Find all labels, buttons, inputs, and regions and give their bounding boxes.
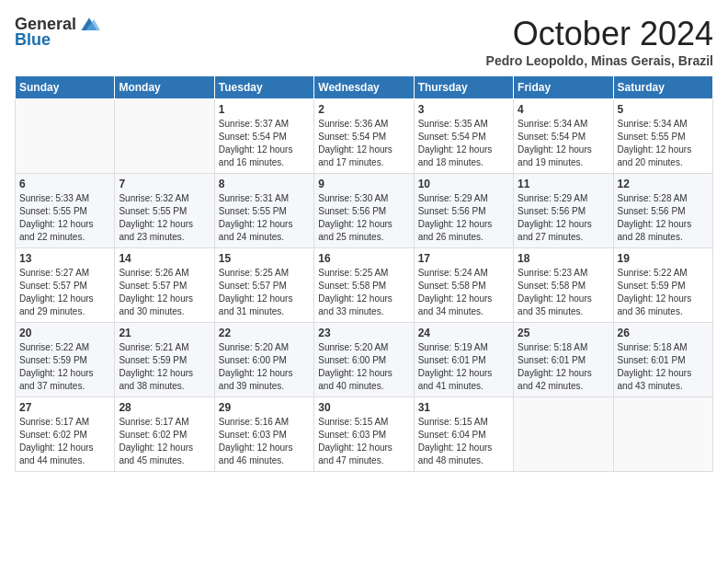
day-info: Sunrise: 5:31 AM Sunset: 5:55 PM Dayligh… <box>219 192 310 244</box>
calendar-cell <box>16 99 115 174</box>
logo-icon <box>78 16 100 34</box>
calendar-cell: 21Sunrise: 5:21 AM Sunset: 5:59 PM Dayli… <box>115 323 214 397</box>
calendar-header-row: SundayMondayTuesdayWednesdayThursdayFrid… <box>16 76 713 99</box>
calendar-cell: 30Sunrise: 5:15 AM Sunset: 6:03 PM Dayli… <box>314 397 414 472</box>
day-info: Sunrise: 5:15 AM Sunset: 6:04 PM Dayligh… <box>418 416 509 467</box>
day-info: Sunrise: 5:17 AM Sunset: 6:02 PM Dayligh… <box>19 416 110 467</box>
day-info: Sunrise: 5:21 AM Sunset: 5:59 PM Dayligh… <box>119 341 210 393</box>
day-number: 20 <box>19 327 110 339</box>
day-info: Sunrise: 5:32 AM Sunset: 5:55 PM Dayligh… <box>119 192 210 244</box>
day-number: 30 <box>318 401 409 414</box>
day-number: 4 <box>518 103 609 116</box>
day-info: Sunrise: 5:16 AM Sunset: 6:03 PM Dayligh… <box>219 416 310 467</box>
day-info: Sunrise: 5:20 AM Sunset: 6:00 PM Dayligh… <box>318 341 409 393</box>
calendar-cell: 3Sunrise: 5:35 AM Sunset: 5:54 PM Daylig… <box>414 99 513 174</box>
day-number: 22 <box>219 327 310 339</box>
calendar-header-monday: Monday <box>115 76 214 99</box>
calendar-cell: 5Sunrise: 5:34 AM Sunset: 5:55 PM Daylig… <box>613 99 712 174</box>
day-number: 26 <box>618 327 709 339</box>
day-number: 9 <box>318 178 409 190</box>
calendar-header-thursday: Thursday <box>414 76 513 99</box>
day-number: 12 <box>618 178 709 190</box>
calendar-cell: 24Sunrise: 5:19 AM Sunset: 6:01 PM Dayli… <box>414 323 513 397</box>
day-info: Sunrise: 5:17 AM Sunset: 6:02 PM Dayligh… <box>119 416 210 467</box>
day-number: 7 <box>119 178 210 190</box>
day-info: Sunrise: 5:18 AM Sunset: 6:01 PM Dayligh… <box>518 341 609 393</box>
calendar-cell: 12Sunrise: 5:28 AM Sunset: 5:56 PM Dayli… <box>613 174 712 248</box>
calendar-cell: 9Sunrise: 5:30 AM Sunset: 5:56 PM Daylig… <box>314 174 414 248</box>
day-info: Sunrise: 5:19 AM Sunset: 6:01 PM Dayligh… <box>418 341 509 393</box>
calendar-cell: 31Sunrise: 5:15 AM Sunset: 6:04 PM Dayli… <box>414 397 513 472</box>
calendar-cell: 18Sunrise: 5:23 AM Sunset: 5:58 PM Dayli… <box>514 248 613 323</box>
day-number: 18 <box>518 252 609 265</box>
day-info: Sunrise: 5:22 AM Sunset: 5:59 PM Dayligh… <box>19 341 110 393</box>
calendar-cell: 17Sunrise: 5:24 AM Sunset: 5:58 PM Dayli… <box>414 248 513 323</box>
calendar-cell: 6Sunrise: 5:33 AM Sunset: 5:55 PM Daylig… <box>16 174 115 248</box>
calendar-cell: 29Sunrise: 5:16 AM Sunset: 6:03 PM Dayli… <box>214 397 313 472</box>
day-number: 27 <box>19 401 110 414</box>
day-info: Sunrise: 5:33 AM Sunset: 5:55 PM Dayligh… <box>19 192 110 244</box>
day-number: 13 <box>19 252 110 265</box>
calendar-cell: 14Sunrise: 5:26 AM Sunset: 5:57 PM Dayli… <box>115 248 214 323</box>
day-info: Sunrise: 5:25 AM Sunset: 5:58 PM Dayligh… <box>318 267 409 318</box>
location-subtitle: Pedro Leopoldo, Minas Gerais, Brazil <box>486 53 713 68</box>
month-title: October 2024 <box>486 15 713 53</box>
day-number: 21 <box>119 327 210 339</box>
calendar-table: SundayMondayTuesdayWednesdayThursdayFrid… <box>15 75 713 472</box>
day-number: 23 <box>318 327 409 339</box>
day-info: Sunrise: 5:23 AM Sunset: 5:58 PM Dayligh… <box>518 267 609 318</box>
day-number: 10 <box>418 178 509 190</box>
calendar-cell: 10Sunrise: 5:29 AM Sunset: 5:56 PM Dayli… <box>414 174 513 248</box>
day-info: Sunrise: 5:20 AM Sunset: 6:00 PM Dayligh… <box>219 341 310 393</box>
day-number: 3 <box>418 103 509 116</box>
day-info: Sunrise: 5:37 AM Sunset: 5:54 PM Dayligh… <box>219 118 310 169</box>
day-number: 8 <box>219 178 310 190</box>
day-info: Sunrise: 5:15 AM Sunset: 6:03 PM Dayligh… <box>318 416 409 467</box>
calendar-header-tuesday: Tuesday <box>214 76 313 99</box>
calendar-body: 1Sunrise: 5:37 AM Sunset: 5:54 PM Daylig… <box>16 99 713 472</box>
calendar-cell: 20Sunrise: 5:22 AM Sunset: 5:59 PM Dayli… <box>16 323 115 397</box>
calendar-cell: 19Sunrise: 5:22 AM Sunset: 5:59 PM Dayli… <box>613 248 712 323</box>
day-info: Sunrise: 5:30 AM Sunset: 5:56 PM Dayligh… <box>318 192 409 244</box>
calendar-cell: 22Sunrise: 5:20 AM Sunset: 6:00 PM Dayli… <box>214 323 313 397</box>
calendar-week-2: 6Sunrise: 5:33 AM Sunset: 5:55 PM Daylig… <box>16 174 713 248</box>
calendar-header-friday: Friday <box>514 76 613 99</box>
day-info: Sunrise: 5:22 AM Sunset: 5:59 PM Dayligh… <box>618 267 709 318</box>
calendar-header-sunday: Sunday <box>16 76 115 99</box>
calendar-cell: 15Sunrise: 5:25 AM Sunset: 5:57 PM Dayli… <box>214 248 313 323</box>
day-info: Sunrise: 5:27 AM Sunset: 5:57 PM Dayligh… <box>19 267 110 318</box>
calendar-cell: 26Sunrise: 5:18 AM Sunset: 6:01 PM Dayli… <box>613 323 712 397</box>
day-info: Sunrise: 5:34 AM Sunset: 5:54 PM Dayligh… <box>518 118 609 169</box>
calendar-cell <box>613 397 712 472</box>
calendar-cell: 25Sunrise: 5:18 AM Sunset: 6:01 PM Dayli… <box>514 323 613 397</box>
day-info: Sunrise: 5:28 AM Sunset: 5:56 PM Dayligh… <box>618 192 709 244</box>
page-header: General Blue October 2024 Pedro Leopoldo… <box>15 15 713 68</box>
calendar-cell: 23Sunrise: 5:20 AM Sunset: 6:00 PM Dayli… <box>314 323 414 397</box>
calendar-cell: 2Sunrise: 5:36 AM Sunset: 5:54 PM Daylig… <box>314 99 414 174</box>
day-number: 19 <box>618 252 709 265</box>
day-number: 15 <box>219 252 310 265</box>
calendar-cell: 4Sunrise: 5:34 AM Sunset: 5:54 PM Daylig… <box>514 99 613 174</box>
calendar-week-3: 13Sunrise: 5:27 AM Sunset: 5:57 PM Dayli… <box>16 248 713 323</box>
day-info: Sunrise: 5:34 AM Sunset: 5:55 PM Dayligh… <box>618 118 709 169</box>
calendar-cell: 1Sunrise: 5:37 AM Sunset: 5:54 PM Daylig… <box>214 99 313 174</box>
day-info: Sunrise: 5:25 AM Sunset: 5:57 PM Dayligh… <box>219 267 310 318</box>
day-number: 25 <box>518 327 609 339</box>
calendar-cell: 27Sunrise: 5:17 AM Sunset: 6:02 PM Dayli… <box>16 397 115 472</box>
calendar-cell: 13Sunrise: 5:27 AM Sunset: 5:57 PM Dayli… <box>16 248 115 323</box>
calendar-week-4: 20Sunrise: 5:22 AM Sunset: 5:59 PM Dayli… <box>16 323 713 397</box>
day-number: 11 <box>518 178 609 190</box>
calendar-week-1: 1Sunrise: 5:37 AM Sunset: 5:54 PM Daylig… <box>16 99 713 174</box>
day-number: 5 <box>618 103 709 116</box>
day-number: 29 <box>219 401 310 414</box>
title-block: October 2024 Pedro Leopoldo, Minas Gerai… <box>486 15 713 68</box>
day-info: Sunrise: 5:29 AM Sunset: 5:56 PM Dayligh… <box>418 192 509 244</box>
day-info: Sunrise: 5:18 AM Sunset: 6:01 PM Dayligh… <box>618 341 709 393</box>
calendar-cell: 28Sunrise: 5:17 AM Sunset: 6:02 PM Dayli… <box>115 397 214 472</box>
day-info: Sunrise: 5:36 AM Sunset: 5:54 PM Dayligh… <box>318 118 409 169</box>
day-number: 6 <box>19 178 110 190</box>
calendar-header-wednesday: Wednesday <box>314 76 414 99</box>
day-number: 2 <box>318 103 409 116</box>
day-number: 14 <box>119 252 210 265</box>
day-number: 31 <box>418 401 509 414</box>
